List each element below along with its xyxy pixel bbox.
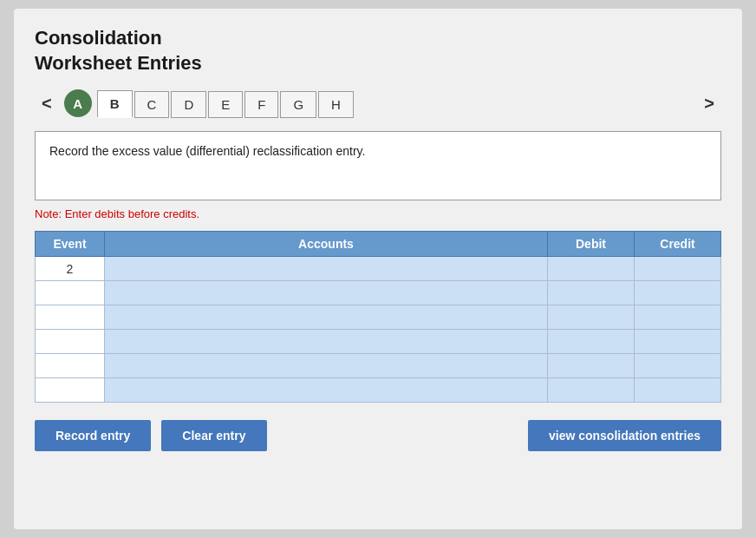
- clear-entry-button[interactable]: Clear entry: [161, 420, 266, 451]
- table-row: [36, 378, 721, 403]
- account-input[interactable]: [105, 378, 547, 402]
- tab-e[interactable]: E: [208, 91, 243, 118]
- account-input[interactable]: [105, 257, 547, 280]
- tab-next-button[interactable]: >: [697, 90, 721, 117]
- record-entry-button[interactable]: Record entry: [35, 420, 151, 451]
- button-row: Record entry Clear entry view consolidat…: [35, 420, 721, 451]
- event-cell: [36, 354, 105, 378]
- col-header-event: Event: [36, 232, 105, 257]
- account-cell[interactable]: [105, 281, 548, 305]
- account-cell[interactable]: [105, 330, 548, 354]
- tab-b[interactable]: B: [97, 90, 133, 118]
- account-input[interactable]: [105, 330, 547, 353]
- account-input[interactable]: [105, 281, 547, 305]
- credit-input[interactable]: [635, 281, 720, 305]
- credit-input[interactable]: [635, 305, 720, 329]
- table-row: [36, 281, 721, 305]
- credit-input[interactable]: [635, 257, 720, 280]
- tab-f[interactable]: F: [244, 91, 278, 118]
- debit-cell[interactable]: [548, 281, 635, 305]
- col-header-accounts: Accounts: [105, 232, 548, 257]
- tab-h[interactable]: H: [318, 91, 354, 118]
- credit-cell[interactable]: [635, 354, 721, 378]
- debit-input[interactable]: [548, 354, 634, 377]
- event-cell: [36, 281, 105, 305]
- table-row: [36, 330, 721, 354]
- col-header-credit: Credit: [635, 232, 721, 257]
- event-cell: [36, 305, 105, 330]
- tab-prev-button[interactable]: <: [35, 90, 59, 117]
- debit-cell[interactable]: [548, 378, 635, 403]
- view-consolidation-button[interactable]: view consolidation entries: [528, 420, 721, 451]
- main-container: Consolidation Worksheet Entries < A B C …: [14, 9, 742, 529]
- account-cell[interactable]: [105, 378, 548, 403]
- tab-bar: < A B C D E F G H >: [35, 89, 721, 117]
- debit-cell[interactable]: [548, 257, 635, 281]
- description-text: Record the excess value (differential) r…: [49, 144, 365, 158]
- account-cell[interactable]: [105, 354, 548, 378]
- credit-input[interactable]: [635, 354, 720, 377]
- table-row: [36, 354, 721, 378]
- tab-g[interactable]: G: [280, 91, 316, 118]
- credit-cell[interactable]: [635, 281, 721, 305]
- credit-cell[interactable]: [635, 257, 721, 281]
- page-title: Consolidation Worksheet Entries: [35, 26, 721, 75]
- credit-cell[interactable]: [635, 305, 721, 330]
- tab-d[interactable]: D: [171, 91, 206, 118]
- event-cell: [36, 330, 105, 354]
- account-cell[interactable]: [105, 305, 548, 330]
- description-box: Record the excess value (differential) r…: [35, 131, 721, 200]
- tab-circle-a[interactable]: A: [64, 89, 92, 117]
- credit-input[interactable]: [635, 330, 720, 353]
- debit-input[interactable]: [548, 330, 634, 353]
- col-header-debit: Debit: [548, 232, 635, 257]
- credit-input[interactable]: [635, 378, 720, 402]
- debit-cell[interactable]: [548, 330, 635, 354]
- debit-input[interactable]: [548, 305, 634, 329]
- debit-cell[interactable]: [548, 354, 635, 378]
- debit-input[interactable]: [548, 257, 634, 280]
- account-input[interactable]: [105, 354, 547, 377]
- event-cell: [36, 378, 105, 403]
- note-text: Note: Enter debits before credits.: [35, 207, 721, 220]
- debit-cell[interactable]: [548, 305, 635, 330]
- event-cell: 2: [36, 257, 105, 281]
- debit-input[interactable]: [548, 378, 634, 402]
- tab-c[interactable]: C: [134, 91, 170, 118]
- credit-cell[interactable]: [635, 378, 721, 403]
- account-cell[interactable]: [105, 257, 548, 281]
- debit-input[interactable]: [548, 281, 634, 305]
- credit-cell[interactable]: [635, 330, 721, 354]
- table-row: [36, 305, 721, 330]
- entry-table: Event Accounts Debit Credit 2: [35, 231, 721, 403]
- table-row: 2: [36, 257, 721, 281]
- account-input[interactable]: [105, 305, 547, 329]
